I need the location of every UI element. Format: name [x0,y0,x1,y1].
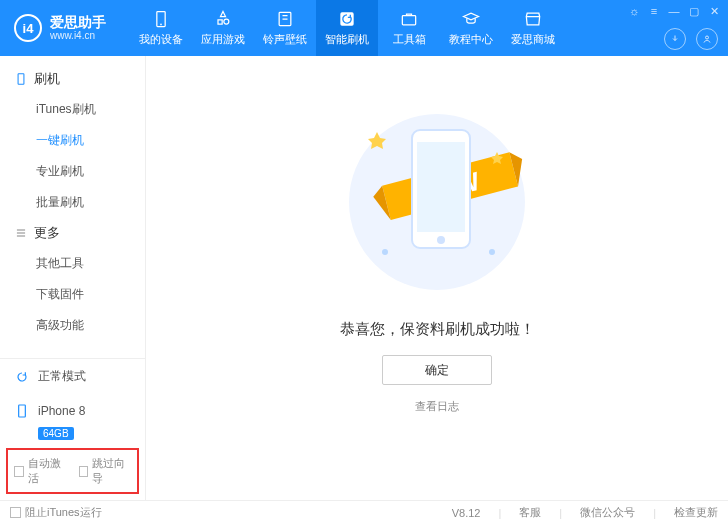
svg-rect-7 [19,405,26,417]
version-label: V8.12 [452,507,481,519]
device-capacity-badge: 64GB [38,427,74,440]
nav-device[interactable]: 我的设备 [130,0,192,56]
nav-label: 我的设备 [139,32,183,47]
nav-mall[interactable]: 爱思商城 [502,0,564,56]
header-right-icons [664,28,718,50]
phone-icon [14,72,28,86]
note-icon [275,9,295,29]
nav-label: 智能刷机 [325,32,369,47]
nav-apps[interactable]: 应用游戏 [192,0,254,56]
svg-rect-11 [417,142,465,232]
apps-icon [213,9,233,29]
top-nav: 我的设备 应用游戏 铃声壁纸 智能刷机 工具箱 教程中心 爱思商城 [130,0,564,56]
device-info[interactable]: iPhone 8 64GB [0,394,145,444]
close-icon[interactable]: ✕ [706,4,722,18]
brand-url: www.i4.cn [50,30,106,41]
brand: i4 爱思助手 www.i4.cn [0,14,120,42]
phone-icon [14,403,30,419]
status-bar: 阻止iTunes运行 V8.12 | 客服 | 微信公众号 | 检查更新 [0,500,728,524]
view-log-link[interactable]: 查看日志 [415,399,459,414]
checkbox-block-itunes[interactable]: 阻止iTunes运行 [10,505,102,520]
chk-label: 跳过向导 [92,456,131,486]
app-header: i4 爱思助手 www.i4.cn 我的设备 应用游戏 铃声壁纸 智能刷机 工具… [0,0,728,56]
footer-service[interactable]: 客服 [519,505,541,520]
minimize-icon[interactable]: ― [666,4,682,18]
main-content: NEW 恭喜您，保资料刷机成功啦！ 确定 查看日志 [146,56,728,500]
nav-label: 应用游戏 [201,32,245,47]
chk-label: 自动激活 [28,456,67,486]
svg-point-5 [706,36,709,39]
sidebar-item-fw[interactable]: 下载固件 [0,279,145,310]
window-controls: ☼ ≡ ― ▢ ✕ [626,4,722,18]
checkbox-skip-guide[interactable]: 跳过向导 [79,456,132,486]
svg-point-13 [382,249,388,255]
sidebar-item-adv[interactable]: 高级功能 [0,310,145,341]
store-icon [523,9,543,29]
nav-label: 铃声壁纸 [263,32,307,47]
footer-update[interactable]: 检查更新 [674,505,718,520]
brand-name: 爱思助手 [50,15,106,30]
svg-rect-4 [402,16,415,25]
sidebar: 刷机 iTunes刷机 一键刷机 专业刷机 批量刷机 更多 其他工具 下载固件 … [0,56,146,500]
sidebar-item-batch[interactable]: 批量刷机 [0,187,145,218]
phone-icon [151,9,171,29]
nav-label: 教程中心 [449,32,493,47]
more-icon [14,226,28,240]
confirm-button[interactable]: 确定 [382,355,492,385]
nav-label: 爱思商城 [511,32,555,47]
options-box: 自动激活 跳过向导 [6,448,139,494]
refresh-icon [14,369,30,385]
maximize-icon[interactable]: ▢ [686,4,702,18]
sidebar-item-other[interactable]: 其他工具 [0,248,145,279]
menu-icon[interactable]: ≡ [646,4,662,18]
brand-logo-icon: i4 [14,14,42,42]
user-icon[interactable] [696,28,718,50]
svg-point-12 [437,236,445,244]
sidebar-group-flash: 刷机 [0,64,145,94]
nav-ringtone[interactable]: 铃声壁纸 [254,0,316,56]
success-illustration: NEW [337,102,537,302]
svg-point-14 [489,249,495,255]
download-icon[interactable] [664,28,686,50]
nav-flash[interactable]: 智能刷机 [316,0,378,56]
device-name: iPhone 8 [38,404,85,418]
nav-tutorial[interactable]: 教程中心 [440,0,502,56]
sidebar-group-more: 更多 [0,218,145,248]
group-title: 刷机 [34,70,60,88]
sidebar-item-pro[interactable]: 专业刷机 [0,156,145,187]
refresh-icon [337,9,357,29]
group-title: 更多 [34,224,60,242]
mode-label: 正常模式 [38,368,86,385]
checkbox-auto-activate[interactable]: 自动激活 [14,456,67,486]
chk-label: 阻止iTunes运行 [25,505,102,520]
footer-wechat[interactable]: 微信公众号 [580,505,635,520]
svg-rect-6 [18,74,24,85]
nav-label: 工具箱 [393,32,426,47]
grad-cap-icon [461,9,481,29]
svg-point-1 [160,24,162,26]
toolbox-icon [399,9,419,29]
sidebar-item-oneclick[interactable]: 一键刷机 [0,125,145,156]
sidebar-item-itunes[interactable]: iTunes刷机 [0,94,145,125]
skin-icon[interactable]: ☼ [626,4,642,18]
device-mode[interactable]: 正常模式 [0,359,145,394]
nav-toolbox[interactable]: 工具箱 [378,0,440,56]
success-message: 恭喜您，保资料刷机成功啦！ [340,320,535,339]
